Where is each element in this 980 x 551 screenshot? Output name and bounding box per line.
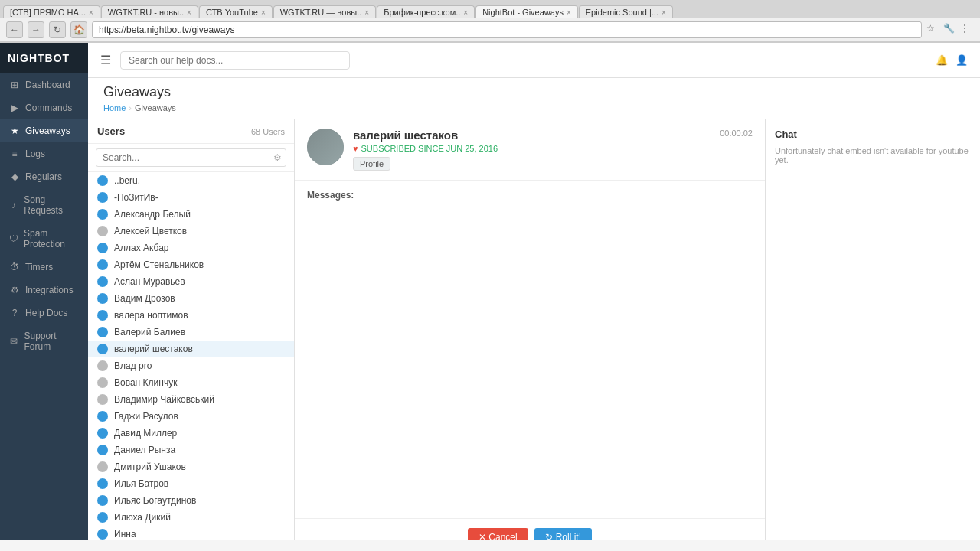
profile-button[interactable]: Profile [353, 157, 390, 171]
integrations-icon: ⚙ [9, 285, 20, 295]
notification-icon[interactable]: 🔔 [936, 54, 948, 66]
help-search-input[interactable] [120, 51, 350, 70]
sidebar-item-support-forum[interactable]: ✉ Support Forum [0, 324, 88, 358]
detail-actions: ✕ Cancel ↻ Roll it! [295, 518, 765, 540]
user-item[interactable]: ..beru. [88, 172, 294, 189]
detail-header: валерий шестаков ♥ SUBSCRIBED SINCE JUN … [295, 119, 765, 181]
bookmark-icon[interactable]: ☆ [926, 23, 940, 37]
heart-icon: ♥ [353, 144, 358, 153]
main-content: ☰ 🔔 👤 Giveaways Home › Giveaways Users 6… [88, 43, 980, 540]
detail-avatar [307, 129, 344, 165]
user-item[interactable]: Владимир Чайковський [88, 391, 294, 408]
browser-tab-7[interactable]: Epidemic Sound |...× [579, 5, 673, 18]
user-item[interactable]: Даниел Рынза [88, 442, 294, 458]
subscribed-text: SUBSCRIBED SINCE JUN 25, 2016 [361, 144, 498, 153]
sidebar-logo: NIGHTBOT [0, 43, 88, 73]
address-bar[interactable] [92, 21, 922, 38]
tab-close-6[interactable]: × [567, 8, 571, 17]
home-button[interactable]: 🏠 [70, 21, 87, 38]
user-item[interactable]: Влад pro [88, 357, 294, 374]
users-count: 68 Users [251, 127, 285, 136]
cancel-button[interactable]: ✕ Cancel [468, 528, 528, 540]
user-item[interactable]: Алексей Цветков [88, 223, 294, 240]
browser-tab-5[interactable]: Брифик-пресс.ком..× [377, 5, 475, 18]
sidebar-item-dashboard[interactable]: ⊞ Dashboard [0, 73, 88, 96]
user-name: Вадим Дрозов [114, 293, 175, 304]
users-search-input[interactable] [96, 148, 286, 167]
user-dot [97, 377, 108, 388]
browser-tab-1[interactable]: [СТВ] ПРЯМО НА...× [3, 5, 100, 18]
sidebar-item-song-requests[interactable]: ♪ Song Requests [0, 188, 88, 222]
messages-content [295, 216, 765, 518]
sidebar-label-dashboard: Dashboard [25, 80, 70, 90]
sidebar-nav: ⊞ Dashboard ▶ Commands ★ Giveaways ≡ Log… [0, 73, 88, 540]
user-dot [97, 175, 108, 186]
sidebar-item-spam-protection[interactable]: 🛡 Spam Protection [0, 222, 88, 256]
user-item[interactable]: -ПоЗитИв- [88, 189, 294, 206]
chat-panel: Chat Unfortunately chat embed isn't avai… [766, 119, 980, 540]
messages-label: Messages: [307, 190, 753, 201]
user-avatar[interactable]: 👤 [956, 54, 968, 66]
sidebar-item-integrations[interactable]: ⚙ Integrations [0, 279, 88, 302]
user-item[interactable]: Вован Клинчук [88, 374, 294, 391]
refresh-button[interactable]: ↻ [49, 21, 66, 38]
user-item[interactable]: Илюха Дикий [88, 509, 294, 526]
user-item[interactable]: Александр Белый [88, 206, 294, 223]
top-app-bar: ☰ 🔔 👤 [88, 43, 980, 78]
logo-text: NIGHTBOT [8, 52, 70, 64]
users-list: ..beru.-ПоЗитИв-Александр БелыйАлексей Ц… [88, 172, 294, 540]
messages-section: Messages: [295, 181, 765, 216]
user-dot [97, 327, 108, 337]
user-dot [97, 461, 108, 472]
page-title: Giveaways [103, 84, 965, 100]
menu-icon[interactable]: ⋮ [960, 23, 974, 37]
user-item[interactable]: Валерий Балиев [88, 324, 294, 341]
giveaways-icon: ★ [9, 126, 20, 136]
search-icon[interactable]: ⚙ [273, 152, 282, 163]
extension-icon[interactable]: 🔧 [943, 23, 957, 37]
tab-close-1[interactable]: × [89, 8, 93, 17]
user-item[interactable]: валера ноптимов [88, 307, 294, 324]
sidebar-item-regulars[interactable]: ◆ Regulars [0, 165, 88, 188]
user-item[interactable]: Аллах Акбар [88, 240, 294, 256]
back-button[interactable]: ← [6, 21, 23, 38]
user-item[interactable]: Гаджи Расулов [88, 408, 294, 425]
user-dot [97, 445, 108, 455]
sidebar-item-logs[interactable]: ≡ Logs [0, 142, 88, 165]
browser-actions: ☆ 🔧 ⋮ [926, 23, 974, 37]
sidebar-item-help-docs[interactable]: ? Help Docs [0, 302, 88, 324]
tab-close-3[interactable]: × [261, 8, 266, 17]
roll-label: Roll it! [556, 532, 581, 540]
user-item[interactable]: Илья Батров [88, 475, 294, 492]
content-body: Users 68 Users ⚙ ..beru.-ПоЗитИв-Алексан… [88, 119, 980, 540]
forward-button[interactable]: → [28, 21, 44, 38]
tab-close-4[interactable]: × [364, 8, 369, 17]
browser-tab-6[interactable]: NightBot - Giveaways× [475, 5, 578, 18]
user-name: Валерий Балиев [114, 327, 185, 337]
tab-close-5[interactable]: × [463, 8, 468, 17]
browser-tab-2[interactable]: WGTKT.RU - новы..× [101, 5, 198, 18]
sidebar-item-timers[interactable]: ⏱ Timers [0, 256, 88, 279]
sidebar-item-giveaways[interactable]: ★ Giveaways [0, 119, 88, 142]
user-item[interactable]: Дмитрий Ушаков [88, 458, 294, 475]
user-item[interactable]: Артём Стенальников [88, 256, 294, 273]
sidebar-item-commands[interactable]: ▶ Commands [0, 96, 88, 119]
user-name: Гаджи Расулов [114, 411, 178, 422]
timers-icon: ⏱ [9, 262, 20, 272]
regulars-icon: ◆ [9, 171, 20, 182]
user-item[interactable]: Ильяс Богаутдинов [88, 492, 294, 509]
sidebar-label-commands: Commands [25, 103, 72, 113]
user-item[interactable]: Инна [88, 526, 294, 540]
user-item[interactable]: валерий шестаков [88, 341, 294, 357]
user-item[interactable]: Давид Миллер [88, 425, 294, 442]
dashboard-icon: ⊞ [9, 80, 20, 90]
menu-toggle-icon[interactable]: ☰ [100, 53, 111, 67]
browser-tab-4[interactable]: WGTKT.RU — новы..× [273, 5, 376, 18]
tab-close-7[interactable]: × [662, 8, 666, 17]
user-item[interactable]: Аслан Муравьев [88, 273, 294, 290]
user-item[interactable]: Вадим Дрозов [88, 290, 294, 307]
roll-button[interactable]: ↻ Roll it! [534, 528, 592, 540]
breadcrumb-home-link[interactable]: Home [103, 103, 126, 112]
browser-tab-3[interactable]: СТВ YouTube× [199, 5, 273, 18]
tab-close-2[interactable]: × [187, 8, 191, 17]
